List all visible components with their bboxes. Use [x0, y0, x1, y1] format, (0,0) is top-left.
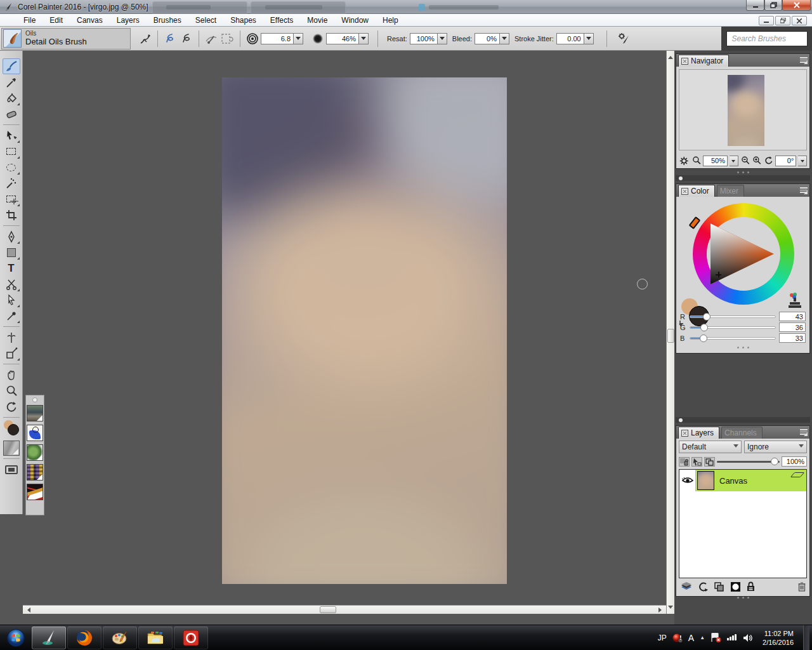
delete-layer-icon[interactable]	[798, 582, 806, 592]
scroll-right-arrow[interactable]	[658, 607, 664, 613]
menu-layers[interactable]: Layers	[110, 15, 147, 26]
taskbar-camera-app-button[interactable]	[174, 627, 208, 649]
navigator-settings-gear-icon[interactable]	[679, 156, 690, 166]
close-button[interactable]	[782, 0, 811, 11]
opacity-field[interactable]: 46%	[326, 33, 359, 44]
navigator-zoom-dropdown[interactable]	[730, 156, 738, 166]
brush-size-field[interactable]: 6.8	[261, 33, 294, 44]
eye-icon[interactable]	[682, 477, 693, 484]
ime-ball-icon[interactable]	[672, 633, 683, 643]
dock-group-strip[interactable]	[676, 417, 810, 423]
opacity-dropdown[interactable]	[359, 33, 369, 44]
horizontal-scrollbar[interactable]	[23, 605, 666, 614]
mixer-tab[interactable]: Mixer	[717, 185, 744, 197]
layer-adjuster-tool[interactable]	[3, 128, 20, 143]
red-value[interactable]: 43	[779, 312, 806, 321]
nozzle-selector[interactable]	[27, 444, 43, 461]
main-color-swatch[interactable]	[8, 424, 19, 435]
layers-tab[interactable]: Layers	[678, 427, 719, 439]
stroke-looks-selector[interactable]	[27, 484, 43, 500]
taskbar-explorer-button[interactable]	[138, 627, 173, 649]
paper-selector[interactable]	[3, 441, 20, 456]
swap-colors-icon[interactable]	[679, 319, 686, 326]
bleed-field[interactable]: 0%	[475, 33, 500, 44]
mirror-painting-tool[interactable]	[3, 329, 20, 345]
navigator-preview[interactable]	[679, 69, 807, 150]
hue-knob[interactable]	[689, 216, 701, 229]
red-slider-thumb[interactable]	[703, 313, 710, 321]
freehand-strokes-icon[interactable]	[162, 30, 178, 47]
mdi-minimize-button[interactable]	[759, 16, 774, 25]
composite-depth-select[interactable]: Ignore	[744, 441, 807, 453]
magnifier-tool[interactable]	[3, 383, 20, 399]
advanced-brush-controls-icon[interactable]	[616, 30, 632, 47]
brush-tool[interactable]	[3, 58, 20, 74]
scissors-tool[interactable]	[3, 276, 20, 292]
restore-button[interactable]	[764, 0, 782, 11]
layer-opacity-value[interactable]: 100%	[782, 456, 807, 467]
align-to-path-icon[interactable]	[203, 30, 219, 47]
new-layer-mask-icon[interactable]	[730, 581, 741, 592]
mdi-close-button[interactable]	[792, 16, 807, 25]
add-point-tool[interactable]	[3, 308, 20, 324]
gradient-selector[interactable]	[27, 425, 43, 441]
menu-brushes[interactable]: Brushes	[147, 15, 188, 26]
taskbar-paint-button[interactable]	[103, 627, 137, 649]
magic-wand-tool[interactable]	[3, 175, 20, 191]
panel-resize-dots[interactable]	[676, 343, 809, 351]
dock-group-strip[interactable]	[676, 175, 810, 181]
clock[interactable]: 11:02 PM 2/16/2016	[759, 629, 797, 647]
minimize-button[interactable]	[746, 0, 764, 11]
resat-dropdown[interactable]	[438, 33, 447, 44]
straight-strokes-icon[interactable]	[178, 30, 195, 47]
layer-opacity-slider[interactable]	[717, 461, 780, 463]
menu-edit[interactable]: Edit	[43, 15, 70, 26]
vertical-scrollbar[interactable]	[666, 51, 674, 614]
pickup-underlying-icon[interactable]	[691, 457, 702, 467]
navigator-zoom-field[interactable]: 50%	[703, 156, 728, 166]
tray-expand-icon[interactable]: ▲	[700, 635, 705, 640]
blue-value[interactable]: 33	[779, 333, 806, 343]
channels-tab[interactable]: Channels	[721, 427, 763, 439]
panel-options-icon[interactable]	[797, 56, 808, 64]
panel-close-icon[interactable]	[681, 430, 688, 437]
screen-mode-toggle[interactable]	[3, 461, 20, 477]
shape-select-tool[interactable]	[3, 292, 20, 308]
eraser-tool[interactable]	[3, 106, 20, 122]
dropper-tool[interactable]	[3, 74, 20, 90]
layer-link-icon[interactable]	[704, 457, 715, 467]
language-indicator[interactable]: JP	[658, 633, 667, 642]
horizontal-scroll-thumb[interactable]	[320, 606, 336, 613]
panel-options-icon[interactable]	[797, 428, 808, 436]
brush-size-dropdown[interactable]	[294, 33, 303, 44]
network-signal-icon[interactable]	[727, 633, 737, 642]
menu-help[interactable]: Help	[376, 15, 405, 26]
document-window[interactable]	[23, 51, 666, 614]
menu-canvas[interactable]: Canvas	[70, 15, 110, 26]
media-strip-grip[interactable]	[32, 397, 37, 402]
lasso-tool[interactable]	[3, 159, 20, 175]
zoom-in-icon[interactable]	[752, 156, 762, 166]
scroll-up-arrow[interactable]	[668, 53, 673, 59]
green-slider-thumb[interactable]	[700, 324, 708, 331]
transform-tool[interactable]	[3, 191, 20, 207]
navigator-rotation-dropdown[interactable]	[798, 156, 807, 166]
mdi-restore-button[interactable]	[775, 16, 790, 25]
layer-opacity-thumb[interactable]	[771, 458, 778, 465]
navigator-tab[interactable]: Navigator	[678, 55, 729, 67]
pattern-selector[interactable]	[27, 405, 43, 421]
panel-options-icon[interactable]	[797, 186, 808, 194]
blue-slider-thumb[interactable]	[700, 335, 707, 342]
grabber-hand-tool[interactable]	[3, 367, 20, 383]
color-tab[interactable]: Color	[678, 185, 715, 197]
preserve-transparency-icon[interactable]	[679, 457, 690, 467]
pen-tool[interactable]	[3, 229, 20, 244]
rotate-page-tool[interactable]	[3, 399, 20, 415]
lock-layer-icon[interactable]	[747, 581, 755, 592]
search-brushes-input[interactable]: Search Brushes	[726, 31, 808, 46]
reset-rotation-icon[interactable]	[764, 156, 774, 166]
kaleidoscope-tool[interactable]	[3, 345, 20, 361]
navigator-magnifier-icon[interactable]	[691, 156, 702, 166]
panel-resize-dots[interactable]	[676, 594, 809, 601]
new-layer-icon[interactable]	[714, 582, 724, 592]
